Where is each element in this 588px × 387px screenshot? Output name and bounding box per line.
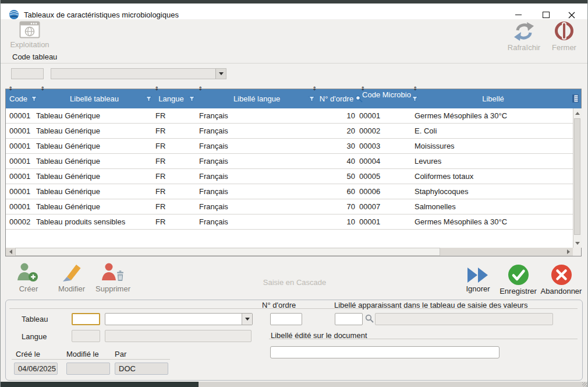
libelle-saisie-label: Libellé apparaissant dans le tableau de … xyxy=(334,301,527,309)
table-row[interactable]: 00001 Tableau Générique FR Français 20 0… xyxy=(6,124,573,139)
cell-code: 00001 xyxy=(9,184,35,199)
vertical-scrollbar[interactable] xyxy=(573,108,582,248)
libelle-document-input[interactable] xyxy=(270,346,500,358)
cell-libelle: Germes Mésophiles à 30°C xyxy=(415,214,573,229)
langue-name-input xyxy=(105,330,252,342)
table-row[interactable]: 00001 Tableau Générique FR Français 60 0… xyxy=(6,184,573,199)
search-icon[interactable] xyxy=(355,95,363,103)
vertical-scroll-thumb[interactable] xyxy=(574,118,580,235)
column-options-icon[interactable] xyxy=(572,94,579,103)
column-resize-handle[interactable] xyxy=(360,85,366,92)
cell-code: 00001 xyxy=(9,139,35,153)
column-resize-handle[interactable] xyxy=(311,85,317,92)
data-grid: Code Libellé tableau Langue Libellé lang… xyxy=(5,89,582,256)
cell-ordre: 10 xyxy=(303,108,355,123)
filter-icon[interactable] xyxy=(146,96,152,102)
column-header-ordre[interactable]: N° d'ordre xyxy=(319,89,354,108)
cell-code: 00001 xyxy=(9,154,35,168)
filter-icon[interactable] xyxy=(189,96,195,102)
resize-grip[interactable] xyxy=(582,382,587,386)
cell-langue: FR xyxy=(155,154,187,168)
horizontal-scroll-thumb[interactable] xyxy=(15,248,440,256)
section-divider xyxy=(1,63,588,64)
cell-libelle-tableau: Tableau Générique xyxy=(36,124,153,138)
tableau-combo[interactable] xyxy=(105,313,253,325)
ignore-button[interactable]: Ignorer xyxy=(463,267,493,293)
cell-ordre: 10 xyxy=(303,214,355,229)
table-row[interactable]: 00001 Tableau Générique FR Français 40 0… xyxy=(6,154,573,169)
tableau-combo-arrow[interactable] xyxy=(242,314,252,325)
cell-libelle-langue: Français xyxy=(199,124,304,138)
table-row[interactable]: 00002 Tableau produits sensibles FR Fran… xyxy=(6,214,573,230)
column-resize-handle[interactable] xyxy=(154,85,160,92)
create-label: Créer xyxy=(19,284,38,293)
cell-langue: FR xyxy=(155,108,187,123)
table-row[interactable]: 00001 Tableau Générique FR Français 10 0… xyxy=(6,108,573,124)
refresh-button[interactable]: Rafraîchir xyxy=(501,22,547,52)
minimize-icon xyxy=(515,15,522,15)
scroll-left-button[interactable] xyxy=(6,248,15,256)
chevron-down-icon xyxy=(245,318,250,321)
column-resize-handle[interactable] xyxy=(40,85,45,92)
grid-body: 00001 Tableau Générique FR Français 10 0… xyxy=(6,108,573,230)
cell-code-microbio: 00005 xyxy=(359,169,412,184)
exploitation-button[interactable]: Exploitation xyxy=(8,21,52,49)
filter-icon[interactable] xyxy=(412,96,418,102)
table-row[interactable]: 00001 Tableau Générique FR Français 30 0… xyxy=(6,139,573,154)
filter-combo-arrow[interactable] xyxy=(215,69,226,79)
grid-header: Code Libellé tableau Langue Libellé lang… xyxy=(6,89,581,108)
cell-code-microbio: 00001 xyxy=(359,214,412,229)
save-button[interactable]: Enregistrer xyxy=(498,264,539,295)
titlebar: Tableaux de caractéristiques microbiolog… xyxy=(1,3,588,19)
scroll-up-button[interactable] xyxy=(573,108,582,118)
table-row[interactable]: 00001 Tableau Générique FR Français 50 0… xyxy=(6,169,573,184)
minimize-button[interactable] xyxy=(507,7,529,23)
ordre-input[interactable] xyxy=(270,313,302,325)
search-icon[interactable] xyxy=(365,314,374,323)
column-header-libelle[interactable]: Libellé xyxy=(415,89,572,108)
tableau-code-input[interactable] xyxy=(72,313,100,325)
delete-button[interactable]: Supprimer xyxy=(94,262,132,293)
cell-ordre: 20 xyxy=(303,124,355,138)
cell-code: 00001 xyxy=(9,199,35,214)
create-button[interactable]: Créer xyxy=(12,262,45,293)
column-resize-handle[interactable] xyxy=(8,85,13,92)
langue-label: Langue xyxy=(22,332,47,341)
cell-ordre: 40 xyxy=(303,154,355,168)
cell-langue: FR xyxy=(155,184,187,199)
cell-code-microbio: 00006 xyxy=(359,184,412,199)
edit-form-panel: N° d'ordre Libellé apparaissant dans le … xyxy=(5,300,583,381)
cell-libelle-tableau: Tableau Générique xyxy=(36,139,153,153)
modifie-le-label: Modifié le xyxy=(66,350,99,358)
scroll-down-button[interactable] xyxy=(573,238,582,248)
cell-ordre: 30 xyxy=(303,139,355,153)
cell-libelle-tableau: Tableau Générique xyxy=(36,199,153,214)
close-button[interactable]: Fermer xyxy=(546,20,583,52)
save-label: Enregistrer xyxy=(500,287,537,295)
abandon-button[interactable]: Abandonner xyxy=(540,264,583,295)
column-header-langue[interactable]: Langue xyxy=(157,89,185,108)
cell-code-microbio: 00003 xyxy=(359,139,412,153)
table-row[interactable]: 00001 Tableau Générique FR Français 70 0… xyxy=(6,199,573,214)
column-resize-handle[interactable] xyxy=(412,85,418,92)
par-label: Par xyxy=(115,350,126,358)
column-resize-handle[interactable] xyxy=(197,85,203,92)
cell-ordre: 60 xyxy=(303,184,355,199)
column-header-libelle-langue[interactable]: Libellé langue xyxy=(200,89,314,108)
libelle-saisie-code-input[interactable] xyxy=(335,313,363,325)
cell-libelle: Staphylocoques xyxy=(415,184,573,199)
cell-libelle-tableau: Tableau Générique xyxy=(36,108,153,123)
cell-libelle-langue: Français xyxy=(199,139,304,153)
column-header-libelle-tableau[interactable]: Libellé tableau xyxy=(42,89,147,108)
edit-button[interactable]: Modifier xyxy=(55,262,88,293)
filter-icon[interactable] xyxy=(309,96,315,102)
filter-combo xyxy=(51,68,226,79)
abandon-icon xyxy=(551,264,572,286)
scroll-right-button[interactable] xyxy=(564,248,573,256)
filter-icon[interactable] xyxy=(31,96,37,102)
arrow-up-icon xyxy=(575,112,580,115)
horizontal-scrollbar[interactable] xyxy=(6,248,573,256)
column-header-code-microbio[interactable]: Code Microbio xyxy=(361,89,412,108)
ordre-label: N° d'ordre xyxy=(262,301,296,309)
exploitation-icon xyxy=(19,21,40,38)
